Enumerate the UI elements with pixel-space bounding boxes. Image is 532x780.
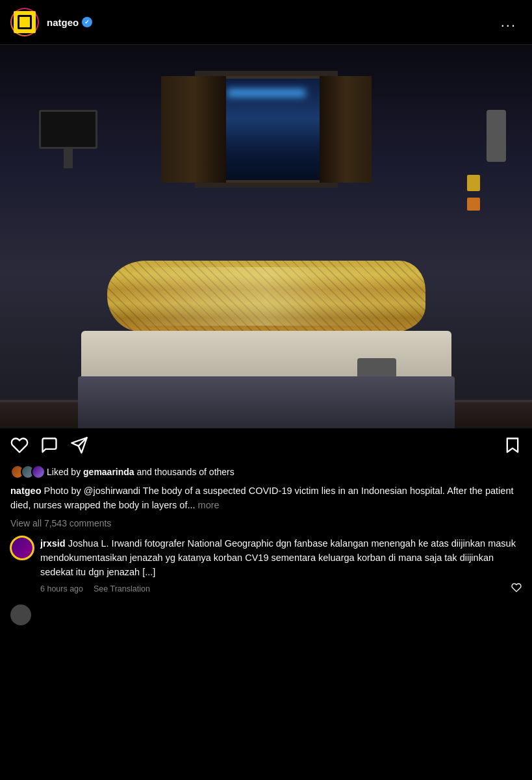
svg-marker-2 — [507, 439, 518, 452]
scene — [0, 45, 532, 428]
comment-body: Joshua L. Irwandi fotografer National Ge… — [40, 538, 516, 578]
heart-icon — [10, 436, 29, 454]
caption: natgeo Photo by @joshirwandi The body of… — [0, 483, 532, 517]
avatar-stack — [10, 465, 42, 479]
comment-heart-icon — [511, 582, 522, 593]
avatar-inner — [12, 9, 38, 35]
share-icon — [70, 436, 88, 454]
commenter-avatar — [12, 538, 32, 558]
commenter-username[interactable]: jrxsid — [40, 538, 66, 549]
likes-suffix: and thousands of others — [134, 467, 234, 477]
comment-button[interactable] — [40, 436, 58, 454]
username-wrap: natgeo ✓ — [47, 17, 496, 28]
curtain-right — [320, 76, 372, 183]
post-header: natgeo ✓ ... — [0, 0, 532, 45]
natgeo-logo-inner — [18, 15, 32, 29]
commenter-avatar-wrap[interactable] — [10, 536, 34, 560]
bed-container — [45, 181, 487, 428]
username[interactable]: natgeo ✓ — [47, 17, 496, 28]
window — [195, 71, 338, 188]
actions-bar — [0, 428, 532, 462]
bookmark-icon — [503, 436, 522, 454]
username-text: natgeo — [47, 17, 79, 28]
share-button[interactable] — [70, 436, 88, 454]
likes-prefix: Liked by — [47, 467, 83, 477]
comment-like-button[interactable] — [511, 582, 522, 595]
save-button[interactable] — [503, 436, 522, 454]
action-icons — [10, 436, 503, 454]
window-glow — [227, 89, 305, 97]
comment-timestamp: 6 hours ago — [40, 584, 83, 593]
tv-stand — [64, 149, 73, 168]
wall-mount-right — [487, 110, 506, 162]
liker-name[interactable]: gemaarinda — [83, 467, 134, 477]
bottom-row — [0, 599, 532, 630]
likes-text: Liked by gemaarinda and thousands of oth… — [47, 467, 234, 477]
post-image — [0, 45, 532, 428]
comment-icon — [40, 436, 58, 454]
caption-text: Photo by @joshirwandi The body of a susp… — [10, 486, 514, 510]
more-link[interactable]: more — [196, 500, 220, 510]
caption-username[interactable]: natgeo — [10, 486, 42, 496]
see-translation-button[interactable]: See Translation — [94, 584, 150, 593]
view-comments-link[interactable]: View all 7,543 comments — [0, 517, 532, 532]
bottom-avatar[interactable] — [10, 604, 31, 625]
comment-row: jrxsid Joshua L. Irwandi fotografer Nati… — [0, 532, 532, 599]
liker-avatar-3 — [31, 465, 45, 479]
verified-badge: ✓ — [82, 17, 92, 27]
avatar-ring[interactable] — [10, 8, 39, 36]
more-options-button[interactable]: ... — [496, 11, 522, 33]
comment-content: jrxsid Joshua L. Irwandi fotografer Nati… — [40, 536, 522, 595]
comment-text: jrxsid Joshua L. Irwandi fotografer Nati… — [40, 536, 522, 580]
like-button[interactable] — [10, 436, 29, 454]
natgeo-logo — [14, 11, 36, 33]
likes-row: Liked by gemaarinda and thousands of oth… — [0, 462, 532, 483]
comment-meta: 6 hours ago See Translation — [40, 582, 522, 595]
wall-tv — [39, 110, 97, 149]
wrapped-body — [107, 261, 425, 332]
body-shape — [107, 261, 425, 332]
bed-frame — [78, 376, 455, 428]
curtain-left — [161, 76, 226, 183]
